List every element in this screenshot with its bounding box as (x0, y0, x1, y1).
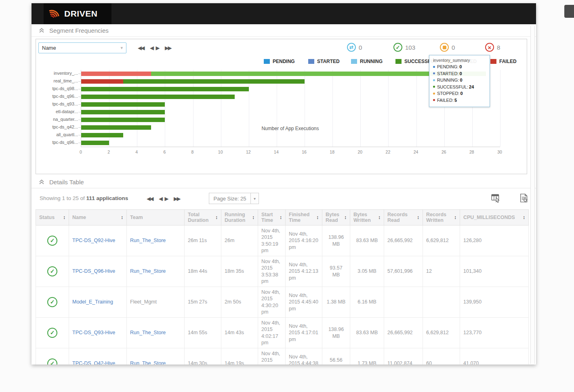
tooltip-entry-failed: FAILED:5 (433, 97, 486, 104)
y-axis-tick (78, 81, 81, 82)
column-header-name[interactable]: Name↕ (69, 210, 127, 226)
table-first-page-icon[interactable]: ◀◀ (147, 196, 153, 202)
bar-segment-failed[interactable] (81, 79, 123, 84)
running-duration-cell: 18m 35s (221, 256, 258, 287)
y-axis-label: etl-datapr... (36, 109, 78, 115)
sort-icon[interactable]: ↕ (378, 215, 381, 220)
x-axis-tick: 0 (74, 150, 88, 154)
bytes-read-cell: 56.56 MB (322, 348, 350, 365)
sort-icon[interactable]: ↕ (417, 215, 419, 220)
counter-value: 0 (359, 44, 362, 51)
column-header-records-written[interactable]: Records Written↕ (423, 210, 460, 226)
sort-icon[interactable]: ↕ (63, 215, 65, 220)
page-size-select[interactable]: Page Size: 25 ▾ (209, 193, 259, 204)
app-name-link[interactable]: TPC-DS_Q93-Hive (72, 330, 115, 335)
collapse-details-chevron-icon[interactable] (39, 179, 44, 185)
legend-swatch-icon (490, 59, 496, 64)
column-header-records-read[interactable]: Records Read↕ (384, 210, 423, 226)
x-axis-tick: 2 (102, 150, 116, 154)
bar-segment-successful[interactable] (123, 79, 305, 84)
collapse-section-chevron-icon[interactable] (39, 28, 44, 33)
segment-frequencies-title: Segment Frequencies (49, 27, 109, 34)
x-axis-tick: 12 (242, 150, 255, 154)
column-header-running-duration[interactable]: Running Duration↕ (221, 210, 258, 226)
sort-icon[interactable]: ↕ (280, 215, 282, 220)
vertical-scrollbar[interactable] (530, 26, 535, 364)
y-axis-label: na_quarter... (36, 117, 78, 122)
app-name-link[interactable]: TPC-DS_Q42-Hive (72, 360, 115, 365)
bytes-read-cell: 138.96 MB (322, 318, 350, 348)
y-axis-tick (78, 89, 81, 89)
tooltip-entry-pending: PENDING:0 (433, 63, 486, 70)
showing-summary: Showing 1 to 25 of 111 applications (40, 195, 128, 201)
records-read-cell (384, 287, 423, 318)
sort-icon[interactable]: ↕ (121, 215, 123, 220)
sort-icon[interactable]: ↕ (344, 215, 347, 220)
bar-segment-successful[interactable] (81, 133, 123, 137)
bar-segment-successful[interactable] (81, 141, 109, 145)
sort-icon[interactable]: ↕ (523, 215, 525, 220)
column-header-start-time[interactable]: Start Time↕ (258, 210, 286, 226)
team-link[interactable]: Run_The_Store (130, 268, 166, 274)
team-link[interactable]: Run_The_Store (130, 330, 166, 335)
team-link[interactable]: Run_The_Store (130, 238, 166, 243)
gridline (305, 70, 305, 147)
sort-icon[interactable]: ↕ (252, 215, 254, 220)
column-header-finished-time[interactable]: Finished Time↕ (286, 210, 322, 226)
app-name-link[interactable]: TPC-DS_Q92-Hive (72, 238, 115, 243)
cpu-milliseconds-cell: 41,070 (460, 348, 529, 365)
bytes-written-cell: 83.63 MB (350, 226, 384, 256)
sort-icon[interactable]: ↕ (215, 215, 218, 220)
y-axis-tick (78, 135, 81, 135)
team-link[interactable]: Run_The_Store (130, 360, 166, 365)
start-time-cell: Nov 4th, 2015 3:50:19 pm (258, 226, 286, 256)
records-read-cell: 11,002,874 (384, 348, 423, 365)
legend-swatch-icon (264, 59, 270, 64)
app-canvas: DRIVEN Segment Frequencies Name ▾ ◀◀ ◀ ▶… (0, 0, 574, 392)
legend-swatch-icon (308, 59, 314, 64)
column-header-bytes-written[interactable]: Bytes Written↕ (350, 210, 384, 226)
refresh-circle-icon: ⇄ (347, 43, 356, 52)
bytes-read-cell: 93.57 MB (322, 256, 350, 287)
x-axis-tick: 8 (186, 150, 200, 154)
driven-logo-icon (48, 7, 61, 20)
table-next-page-icon[interactable]: ▶ (165, 196, 169, 202)
legend-swatch-icon (351, 59, 357, 64)
finished-time-cell: Nov 4th, 2015 4:16:20 pm (286, 226, 322, 256)
x-axis-tick: 26 (437, 150, 451, 154)
total-duration-cell: 14m 55s (185, 318, 221, 348)
bytes-written-cell: 6.16 MB (350, 287, 384, 318)
tooltip-dot-icon (433, 99, 435, 101)
finished-time-cell: Nov 4th, 2015 4:17:01 pm (286, 318, 322, 348)
export-table-icon[interactable] (518, 192, 530, 204)
legend-swatch-icon (395, 59, 402, 64)
column-header-bytes-read[interactable]: Bytes Read↕ (322, 210, 350, 226)
tooltip-dot-icon (433, 86, 435, 88)
sort-icon[interactable]: ↕ (316, 215, 319, 220)
column-header-cpu-milliseconds[interactable]: CPU_MILLISECONDS↕ (460, 210, 529, 226)
x-axis-tick: 18 (325, 150, 339, 154)
table-prev-page-icon[interactable]: ◀ (159, 196, 163, 202)
status-counters: ⇄0✓1030×8 (36, 43, 527, 54)
bar-segment-successful[interactable] (81, 87, 249, 91)
bar-segment-successful[interactable] (81, 102, 165, 107)
y-axis-tick (78, 74, 81, 74)
total-duration-cell: 26m 11s (185, 226, 221, 256)
app-name-link[interactable]: Model_E_Training (72, 299, 113, 305)
table-row: ✓TPC-DS_Q42-HiveRun_The_Store14m 30s14m … (36, 348, 529, 365)
segment-frequencies-header: Segment Frequencies (32, 24, 536, 37)
column-chooser-icon[interactable] (490, 192, 501, 204)
column-header-total-duration[interactable]: Total Duration↕ (185, 210, 221, 226)
bar-segment-successful[interactable] (81, 118, 165, 122)
table-last-page-icon[interactable]: ▶▶ (174, 196, 181, 202)
bar-segment-successful[interactable] (81, 110, 165, 114)
gridline (332, 70, 333, 147)
column-header-status[interactable]: Status↕ (36, 210, 69, 226)
counter-running: ⇄0 (347, 43, 362, 52)
sort-icon[interactable]: ↕ (454, 215, 456, 220)
bar-segment-failed[interactable] (81, 72, 151, 76)
bar-segment-successful[interactable] (81, 95, 235, 99)
driven-logo[interactable]: DRIVEN (44, 3, 111, 24)
app-name-link[interactable]: TPC-DS_Q96-Hive (72, 268, 115, 274)
total-duration-cell: 15m 27s (185, 287, 221, 318)
